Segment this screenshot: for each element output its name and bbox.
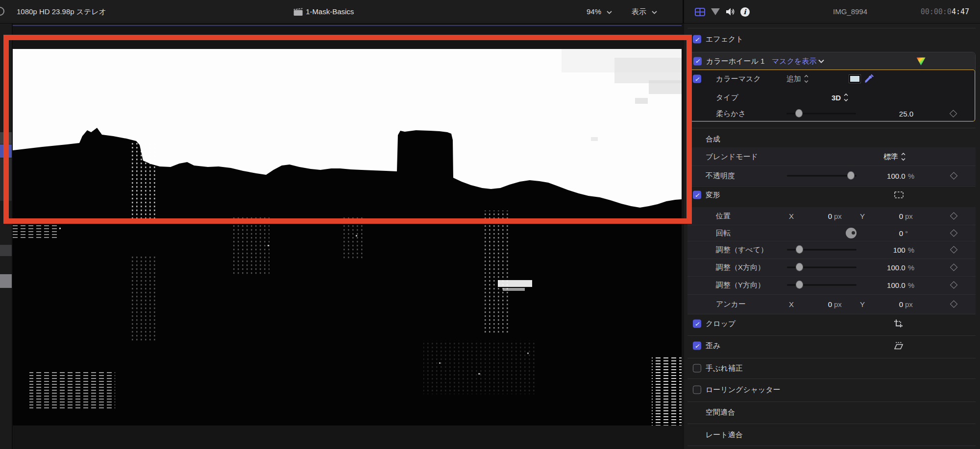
distort-label: 歪み bbox=[706, 341, 720, 351]
annotation-highlight-rectangle bbox=[3, 35, 692, 224]
keyframe-diamond-icon[interactable] bbox=[950, 246, 958, 254]
compositing-label: 合成 bbox=[706, 135, 720, 144]
blend-mode-label: ブレンドモード bbox=[706, 152, 758, 161]
opacity-slider-thumb[interactable] bbox=[847, 171, 855, 179]
keyframe-diamond-icon[interactable] bbox=[950, 229, 958, 237]
px-unit: px bbox=[905, 212, 913, 220]
opacity-value[interactable]: 100.0% bbox=[887, 171, 914, 180]
crop-label: クロップ bbox=[706, 319, 735, 329]
clip-name: IMG_8994 bbox=[833, 0, 867, 24]
crop-checkbox[interactable]: ✓ bbox=[693, 320, 701, 328]
mask-type-row: タイプ 3D bbox=[688, 89, 976, 106]
scale-x-label: 調整（X方向） bbox=[716, 263, 765, 272]
color-mask-checkbox[interactable]: ✓ bbox=[693, 75, 701, 83]
chevron-down-icon bbox=[652, 11, 657, 14]
position-label: 位置 bbox=[716, 212, 731, 221]
keyframe-diamond-icon[interactable] bbox=[950, 300, 958, 308]
clapperboard-icon bbox=[292, 6, 304, 18]
scale-x-slider-thumb[interactable] bbox=[796, 263, 803, 271]
video-inspector-icon[interactable] bbox=[694, 6, 706, 18]
color-wheels-badge-icon[interactable] bbox=[916, 56, 926, 66]
crop-row: ✓ クロップ bbox=[684, 315, 980, 332]
mask-mode-select[interactable]: 追加 bbox=[786, 74, 808, 84]
browser-item-edge[interactable] bbox=[0, 274, 12, 288]
scale-y-value[interactable]: 100.0% bbox=[887, 281, 914, 289]
crop-icon[interactable] bbox=[894, 319, 903, 329]
keyframe-diamond-icon[interactable] bbox=[950, 281, 958, 289]
color-mask-label: カラーマスク bbox=[716, 74, 761, 84]
distort-checkbox[interactable]: ✓ bbox=[693, 342, 701, 350]
search-icon[interactable] bbox=[0, 7, 4, 16]
scale-y-row: 調整（Y方向） 100.0% bbox=[684, 276, 980, 294]
y-axis-label: Y bbox=[860, 300, 865, 308]
transform-checkbox[interactable]: ✓ bbox=[693, 191, 701, 199]
rolling-shutter-label: ローリングシャッター bbox=[706, 385, 781, 395]
rolling-shutter-row: ローリングシャッター bbox=[684, 381, 980, 399]
keyframe-diamond-icon[interactable] bbox=[950, 172, 958, 180]
audio-inspector-icon[interactable] bbox=[725, 6, 736, 18]
zoom-level-dropdown[interactable]: 94% bbox=[587, 0, 612, 24]
final-cut-pro-window: 1080p HD 23.98p ステレオ 1-Mask-Basics 94% 表… bbox=[0, 0, 980, 449]
position-y-field[interactable]: 0 bbox=[869, 212, 903, 220]
rate-conform-row: レート適合 bbox=[684, 426, 980, 444]
scale-x-value[interactable]: 100.0% bbox=[887, 263, 914, 272]
x-axis-label: X bbox=[789, 212, 794, 220]
compositing-header-row: 合成 bbox=[684, 130, 980, 148]
spatial-conform-label: 空間適合 bbox=[706, 408, 735, 417]
rotation-label: 回転 bbox=[716, 228, 731, 237]
rotation-field[interactable]: 0 bbox=[869, 229, 903, 237]
chevron-down-icon bbox=[607, 11, 612, 14]
color-wheels-effect-group: ✓ カラーホイール 1 マスクを表示 bbox=[687, 52, 976, 122]
opacity-slider-track[interactable] bbox=[787, 175, 857, 176]
mask-color-swatch[interactable] bbox=[849, 75, 860, 83]
softness-row: 柔らかさ 25.0 bbox=[688, 105, 976, 122]
px-unit: px bbox=[834, 300, 842, 308]
keyframe-diamond-icon[interactable] bbox=[950, 212, 958, 220]
stabilization-checkbox[interactable] bbox=[693, 364, 701, 373]
mask-type-label: タイプ bbox=[716, 93, 738, 102]
anchor-x-field[interactable]: 0 bbox=[798, 300, 832, 308]
distort-icon[interactable] bbox=[894, 342, 904, 350]
y-axis-label: Y bbox=[860, 212, 865, 220]
info-inspector-icon[interactable]: i bbox=[739, 6, 751, 18]
browser-item-edge[interactable] bbox=[0, 245, 12, 256]
keyframe-diamond-icon[interactable] bbox=[950, 263, 958, 271]
blend-mode-select[interactable]: 標準 bbox=[883, 152, 906, 161]
top-bar: 1080p HD 23.98p ステレオ 1-Mask-Basics 94% 表… bbox=[0, 0, 980, 24]
distort-row: ✓ 歪み bbox=[684, 337, 980, 354]
anchor-row: アンカー X 0 px Y 0 px bbox=[684, 294, 980, 314]
position-x-field[interactable]: 0 bbox=[798, 212, 832, 220]
anchor-y-field[interactable]: 0 bbox=[869, 300, 903, 308]
scale-x-row: 調整（X方向） 100.0% bbox=[684, 259, 980, 276]
view-masks-dropdown[interactable]: マスクを表示 bbox=[772, 56, 816, 66]
effects-checkbox[interactable]: ✓ bbox=[693, 35, 701, 44]
effects-label: エフェクト bbox=[706, 35, 743, 44]
anchor-label: アンカー bbox=[716, 300, 746, 309]
scale-y-slider-thumb[interactable] bbox=[796, 281, 803, 289]
softness-slider-thumb[interactable] bbox=[795, 109, 803, 118]
color-mask-row: ✓ カラーマスク 追加 bbox=[688, 70, 976, 88]
softness-value[interactable]: 25.0 bbox=[899, 110, 913, 118]
color-wheels-row: ✓ カラーホイール 1 マスクを表示 bbox=[688, 52, 975, 70]
eyedropper-icon[interactable] bbox=[863, 74, 874, 84]
rotation-dial[interactable] bbox=[846, 228, 857, 238]
color-wheels-checkbox[interactable]: ✓ bbox=[693, 57, 702, 65]
scale-y-label: 調整（Y方向） bbox=[716, 281, 765, 290]
transform-icon[interactable] bbox=[894, 191, 904, 199]
degree-unit: ° bbox=[905, 229, 908, 237]
blend-mode-row: ブレンドモード 標準 bbox=[684, 147, 980, 165]
view-dropdown[interactable]: 表示 bbox=[632, 0, 657, 24]
px-unit: px bbox=[834, 212, 842, 220]
stabilization-label: 手ぶれ補正 bbox=[706, 364, 743, 373]
rolling-shutter-checkbox[interactable] bbox=[693, 386, 701, 394]
timecode: 00:00:04:47 bbox=[921, 0, 969, 24]
mask-overlay-icon[interactable] bbox=[710, 6, 721, 18]
mask-type-select[interactable]: 3D bbox=[832, 94, 848, 102]
keyframe-diamond-icon[interactable] bbox=[950, 110, 957, 118]
transform-header-row: ✓ 変形 bbox=[684, 186, 980, 204]
scale-all-value[interactable]: 100% bbox=[893, 246, 914, 254]
chevron-down-icon[interactable] bbox=[818, 59, 824, 63]
scale-all-slider-thumb[interactable] bbox=[796, 245, 803, 254]
rotation-row: 回転 0 ° bbox=[684, 225, 980, 241]
scale-all-row: 調整（すべて） 100% bbox=[684, 241, 980, 259]
